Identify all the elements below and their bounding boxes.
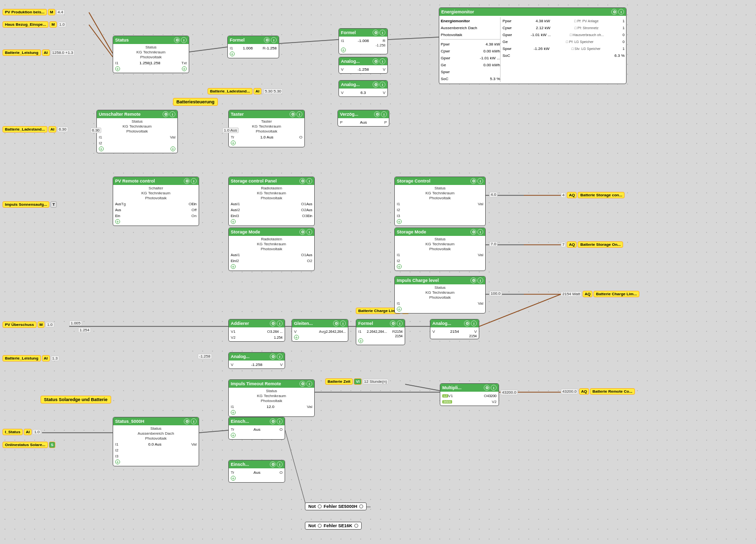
storage-control-i2-row: I2 (397, 207, 483, 213)
impuls-timeout-settings-icon[interactable]: ⚙ (299, 381, 305, 387)
storage-mode2-settings-icon[interactable]: ⚙ (470, 229, 476, 235)
status-settings-icon[interactable]: ⚙ (174, 37, 180, 43)
formel2-add-port[interactable]: + (341, 47, 346, 52)
umschalter-info-icon[interactable]: i (169, 111, 175, 117)
status-node: Status ⚙ i Status KG Technikraum Photovo… (113, 36, 189, 73)
storage-panel-ein: Ein (231, 214, 236, 218)
storage-mode2-add-port[interactable]: + (397, 264, 402, 269)
analog4-info-icon[interactable]: i (277, 354, 283, 360)
formel3-info-icon[interactable]: i (397, 320, 403, 326)
formel1-info-icon[interactable]: i (271, 37, 277, 43)
status-header: Status ⚙ i (113, 36, 189, 44)
impuls-charge-settings-icon[interactable]: ⚙ (470, 277, 476, 283)
status-loc2: Photovoltaik (115, 55, 187, 59)
storage-control-settings-icon[interactable]: ⚙ (470, 178, 476, 184)
einsch2-info-icon[interactable]: i (277, 461, 283, 467)
impuls-timeout-add-port[interactable]: + (231, 410, 236, 415)
einsch2-port-tr: Tr (231, 470, 234, 475)
taster-info-icon[interactable]: i (296, 111, 302, 117)
status5000-info-icon[interactable]: i (191, 418, 197, 424)
einsch1-info-icon[interactable]: i (277, 418, 283, 424)
formel2-info-icon[interactable]: i (379, 30, 385, 36)
formel1-settings-icon[interactable]: ⚙ (264, 37, 270, 43)
umschalter-settings-icon[interactable]: ⚙ (163, 111, 168, 117)
taster-add-port[interactable]: + (231, 140, 236, 145)
storage-panel-add-port[interactable]: + (231, 219, 236, 224)
verzog-info-icon[interactable]: i (381, 111, 387, 117)
impuls-timeout-info-icon[interactable]: i (306, 381, 312, 387)
einsch1-add-port[interactable]: + (231, 433, 236, 438)
wire-val-630: 6.30 (90, 128, 101, 133)
status-add-port2[interactable]: + (182, 66, 187, 71)
einsch2-settings-icon[interactable]: ⚙ (270, 461, 276, 467)
batterie-remote-badge: AQ (579, 388, 589, 395)
formel3-add-port[interactable]: + (358, 338, 363, 343)
storage-panel-info-icon[interactable]: i (306, 178, 312, 184)
not2-label: Not (308, 523, 316, 528)
formel3-settings-icon[interactable]: ⚙ (390, 320, 396, 326)
analog3-settings-icon[interactable]: ⚙ (464, 320, 470, 326)
batterie-storage-con-badge: AQ (567, 192, 577, 198)
em-location1: Aussenbereich Dach (441, 26, 477, 30)
analog4-settings-icon[interactable]: ⚙ (270, 354, 276, 360)
impuls-charge-add-port[interactable]: + (397, 307, 402, 312)
umschalter-add-port2[interactable]: + (170, 146, 175, 151)
umschalter-add-port[interactable]: + (99, 146, 104, 151)
analog2-settings-icon[interactable]: ⚙ (373, 82, 378, 88)
pv-remote-ein: Ein (192, 202, 197, 206)
status-body: Status KG Technikraum Photovoltaik I1 1.… (113, 44, 189, 73)
storage-mode1-settings-icon[interactable]: ⚙ (299, 229, 305, 235)
status5000-add-port[interactable]: + (115, 459, 120, 464)
pv-remote-info-icon[interactable]: i (191, 178, 197, 184)
taster-settings-icon[interactable]: ⚙ (290, 111, 295, 117)
status-port-row: I1 1.258|1.258 Txt (115, 60, 187, 66)
impuls-charge-info-icon[interactable]: i (477, 277, 483, 283)
pv-remote-add-port[interactable]: + (115, 219, 120, 224)
multipli-settings-icon[interactable]: ⚙ (484, 385, 490, 391)
storage-panel-i1-row: Aus I1 O1 Aus (231, 201, 312, 207)
einsch2-val: Aus (234, 470, 280, 475)
not2-icon2 (354, 524, 358, 528)
batterie-ladestand2-block: Batterie_Ladestand... AI 5.30 5.30 (208, 88, 283, 94)
storage-mode1-add-port[interactable]: + (231, 264, 236, 269)
energiemonitor-settings-icon[interactable]: ⚙ (611, 9, 617, 15)
multipli-info-icon[interactable]: i (491, 385, 497, 391)
storage-control-add-port[interactable]: + (397, 219, 402, 224)
taster-body: Taster KG Technikraum Photovoltaik Tr 1.… (229, 118, 304, 147)
storage-panel-settings-icon[interactable]: ⚙ (299, 178, 305, 184)
einsch1-val: Aus (234, 427, 280, 432)
status-info-icon[interactable]: i (181, 37, 187, 43)
energiemonitor-header: Energiemonitor ⚙ i (439, 8, 626, 16)
formel3-row: I1 2.2642,264... R 2154 (358, 328, 403, 334)
storage-control-info-icon[interactable]: i (477, 178, 483, 184)
storage-mode2-info-icon[interactable]: i (477, 229, 483, 235)
analog2-info-icon[interactable]: i (379, 82, 385, 88)
status-add-port[interactable]: + (115, 66, 120, 71)
pv-remote-settings-icon[interactable]: ⚙ (184, 178, 190, 184)
status-solaredge-label: Status Solaredge und Batterie (41, 396, 111, 404)
status5000-settings-icon[interactable]: ⚙ (184, 418, 190, 424)
analog1-row: V -1.258 V (341, 66, 385, 72)
einsch2-body: Tr Aus O + (229, 468, 285, 482)
analog1-info-icon[interactable]: i (379, 58, 385, 64)
pv-produktion-badge: M (48, 9, 55, 15)
addierer-settings-icon[interactable]: ⚙ (270, 320, 276, 326)
einsch2-add-port[interactable]: + (231, 476, 236, 481)
verzog-settings-icon[interactable]: ⚙ (374, 111, 380, 117)
energiemonitor-info-icon[interactable]: i (618, 9, 624, 15)
gleiten-settings-icon[interactable]: ⚙ (333, 320, 339, 326)
analog1-settings-icon[interactable]: ⚙ (373, 58, 378, 64)
gleiten-info-icon[interactable]: i (340, 320, 346, 326)
gleiten-add-port[interactable]: + (294, 335, 299, 340)
formel2-header: Formel ⚙ i (339, 29, 387, 37)
analog3-info-icon[interactable]: i (471, 320, 477, 326)
formel2-settings-icon[interactable]: ⚙ (373, 30, 378, 36)
storage-mode1-port-o1: O1 (301, 253, 306, 257)
haus-bezug-label: Haus Bezug_Einspe... (2, 21, 48, 28)
formel1-add-port[interactable]: + (230, 51, 235, 56)
addierer-info-icon[interactable]: i (277, 320, 283, 326)
addierer-v1-row: V1 O 3.264 ... (231, 328, 283, 334)
storage-mode1-info-icon[interactable]: i (306, 229, 312, 235)
einsch1-settings-icon[interactable]: ⚙ (270, 418, 276, 424)
analog2-row: V 6.3 V (341, 90, 385, 95)
